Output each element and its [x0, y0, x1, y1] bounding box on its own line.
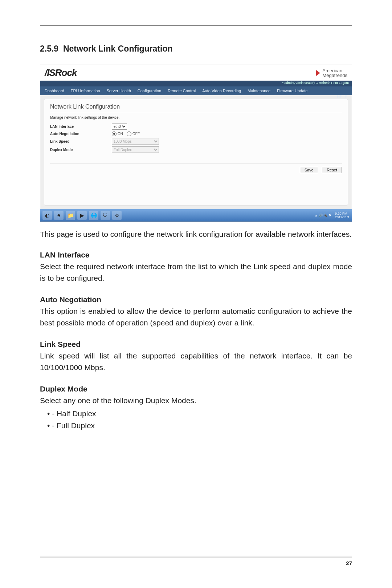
label-duplex-mode: Duplex Mode [50, 148, 112, 152]
menu-firmware-update[interactable]: Firmware Update [277, 89, 307, 93]
system-tray: ▲ 🔊 🔌 ⚑ 9:20 PM2012/11/1 [315, 212, 350, 219]
top-rule [40, 25, 352, 26]
tray-clock: 9:20 PM2012/11/1 [335, 212, 350, 219]
megatrends-logo: AmericanMegatrends [316, 68, 347, 78]
section-title: Network Link Configuration [63, 44, 173, 53]
megatrends-text: AmericanMegatrends [322, 68, 347, 78]
heading-lan: LAN Interface [40, 251, 352, 259]
page-number: 27 [40, 560, 352, 566]
tray-icons: ▲ 🔊 🔌 ⚑ [315, 214, 331, 217]
panel-subtitle: Manage network link settings of the devi… [50, 115, 342, 119]
panel-title: Network Link Configuration [50, 102, 342, 113]
heading-auto: Auto Negotiation [40, 295, 352, 304]
menu-server-health[interactable]: Server Health [107, 89, 131, 93]
menu-configuration[interactable]: Configuration [138, 89, 161, 93]
radio-auto-off[interactable] [127, 131, 131, 136]
section-auto: Auto Negotiation This option is enabled … [40, 295, 352, 329]
config-panel: Network Link Configuration Manage networ… [44, 99, 348, 206]
footer-rule [40, 556, 352, 558]
section-duplex: Duplex Mode Select any one of the follow… [40, 385, 352, 432]
label-lan-interface: LAN Interface [50, 125, 112, 129]
menu-maintenance[interactable]: Maintenance [248, 89, 270, 93]
row-auto-negotiation: Auto Negotiation ON OFF [50, 131, 342, 136]
heading-duplex: Duplex Mode [40, 385, 352, 393]
ie-icon[interactable]: e [54, 211, 64, 220]
list-item: - Full Duplex [47, 420, 352, 432]
globe-icon[interactable]: 🌐 [89, 211, 98, 220]
intro-paragraph: This page is used to configure the netwo… [40, 228, 352, 240]
embedded-screenshot: /ISRock AmericanMegatrends • admin(Admin… [40, 65, 352, 222]
select-duplex-mode: Full Duplex [112, 146, 159, 153]
menu-fru[interactable]: FRU Information [71, 89, 100, 93]
section-heading: 2.5.9 Network Link Configuration [40, 44, 352, 54]
menu-bar: Dashboard FRU Information Server Health … [40, 86, 352, 95]
heading-speed: Link Speed [40, 340, 352, 349]
screenshot-header: /ISRock AmericanMegatrends [40, 65, 352, 81]
section-number: 2.5.9 [40, 44, 58, 53]
row-link-speed: Link Speed 1000 Mbps [50, 138, 342, 145]
save-button[interactable]: Save [300, 167, 318, 173]
shield-icon[interactable]: 🛡 [101, 211, 110, 220]
windows-taskbar: ◐ e 📁 ▶ 🌐 🛡 ⚙ ▲ 🔊 🔌 ⚑ 9:20 PM2012/11/1 [40, 209, 352, 222]
body-auto: This option is enabled to allow the devi… [40, 305, 352, 329]
menu-auto-video[interactable]: Auto Video Recording [202, 89, 241, 93]
section-speed: Link Speed Link speed will list all the … [40, 340, 352, 374]
brand-logo: /ISRock [45, 67, 77, 78]
status-bar: • admin(Administrator) C Refresh Print L… [40, 81, 352, 86]
body-speed: Link speed will list all the supported c… [40, 350, 352, 374]
radio-label-on: ON [118, 132, 123, 136]
duplex-list: - Half Duplex - Full Duplex [40, 408, 352, 431]
reset-button[interactable]: Reset [322, 167, 342, 173]
body-lan: Select the required network interface fr… [40, 261, 352, 284]
select-lan-interface[interactable]: eth0 [112, 123, 127, 130]
wmp-icon[interactable]: ▶ [77, 211, 87, 220]
body-duplex: Select any one of the following Duplex M… [40, 395, 352, 407]
app-icon[interactable]: ⚙ [112, 211, 122, 220]
menu-dashboard[interactable]: Dashboard [45, 89, 64, 93]
label-link-speed: Link Speed [50, 139, 112, 143]
menu-remote-control[interactable]: Remote Control [168, 89, 196, 93]
label-auto-negotiation: Auto Negotiation [50, 132, 112, 136]
start-orb-icon[interactable]: ◐ [42, 211, 52, 220]
radio-label-off: OFF [132, 132, 140, 136]
row-lan-interface: LAN Interface eth0 [50, 123, 342, 130]
arrow-icon [316, 70, 320, 76]
page-footer: 27 [40, 556, 352, 566]
folder-icon[interactable]: 📁 [66, 211, 75, 220]
help-link[interactable]: HELP [337, 94, 347, 99]
section-lan: LAN Interface Select the required networ… [40, 251, 352, 284]
list-item: - Half Duplex [47, 408, 352, 420]
select-link-speed: 1000 Mbps [112, 138, 159, 145]
radio-auto-on[interactable] [112, 131, 117, 136]
panel-buttons: Save Reset [50, 163, 342, 173]
row-duplex-mode: Duplex Mode Full Duplex [50, 146, 342, 153]
